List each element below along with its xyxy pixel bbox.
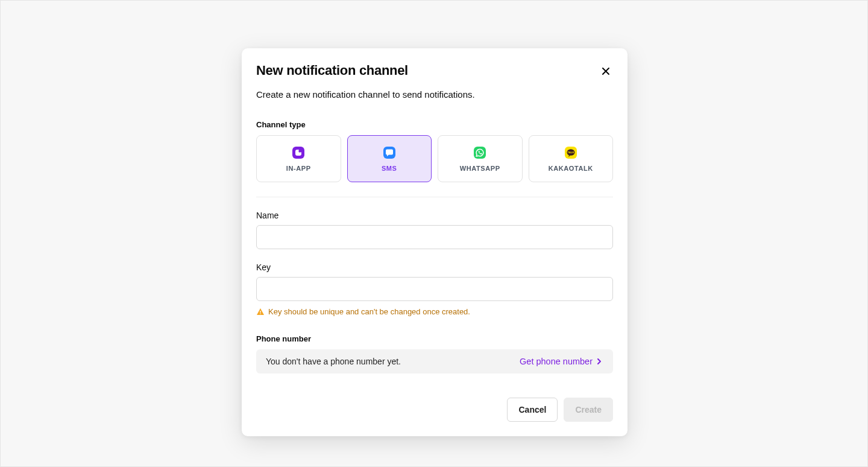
divider — [256, 197, 613, 197]
channel-option-label: KAKAOTALK — [549, 165, 593, 172]
phone-number-label: Phone number — [256, 334, 613, 343]
svg-point-11 — [260, 313, 261, 314]
channel-option-label: SMS — [382, 165, 397, 172]
whatsapp-icon — [473, 145, 487, 160]
channel-type-label: Channel type — [256, 120, 613, 129]
channel-option-whatsapp[interactable]: WHATSAPP — [438, 135, 523, 182]
cancel-button[interactable]: Cancel — [507, 398, 558, 422]
channel-option-label: IN-APP — [286, 165, 311, 172]
sms-icon — [382, 145, 397, 160]
key-field-label: Key — [256, 262, 613, 272]
key-helper-text: Key should be unique and can't be change… — [256, 307, 613, 316]
modal-subtitle: Create a new notification channel to sen… — [256, 89, 613, 100]
get-phone-number-link[interactable]: Get phone number — [520, 357, 603, 366]
svg-rect-4 — [299, 150, 302, 153]
name-input[interactable] — [256, 225, 613, 249]
channel-option-in-app[interactable]: IN-APP — [256, 135, 341, 182]
phone-empty-message: You don't have a phone number yet. — [266, 357, 401, 366]
close-button[interactable] — [599, 64, 613, 78]
phone-number-box: You don't have a phone number yet. Get p… — [256, 349, 613, 373]
new-channel-modal: New notification channel Create a new no… — [242, 48, 627, 436]
channel-option-sms[interactable]: SMS — [347, 135, 432, 182]
svg-rect-6 — [474, 147, 486, 159]
kakaotalk-icon: TALK — [564, 145, 578, 160]
key-input[interactable] — [256, 277, 613, 301]
channel-option-kakaotalk[interactable]: TALK KAKAOTALK — [529, 135, 614, 182]
channel-option-label: WHATSAPP — [460, 165, 500, 172]
svg-rect-10 — [260, 311, 260, 313]
modal-title: New notification channel — [256, 63, 408, 78]
modal-footer: Cancel Create — [256, 398, 613, 422]
name-field-label: Name — [256, 211, 613, 220]
channel-type-options: IN-APP SMS WHATSAPP TALK KAKAOTALK — [256, 135, 613, 182]
svg-text:TALK: TALK — [567, 151, 574, 154]
close-icon — [601, 66, 611, 76]
warning-icon — [256, 308, 265, 316]
in-app-icon — [291, 145, 306, 160]
chevron-right-icon — [595, 357, 603, 366]
create-button[interactable]: Create — [564, 398, 613, 422]
